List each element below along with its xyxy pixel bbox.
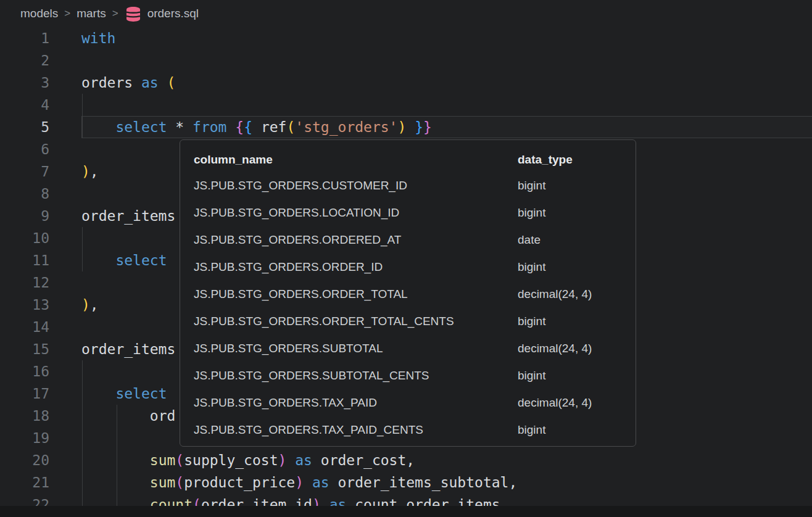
popup-cell-column-name: JS.PUB.STG_ORDERS.ORDER_TOTAL_CENTS [194, 315, 518, 328]
code-token: select [115, 119, 167, 135]
code-line[interactable] [81, 94, 812, 116]
line-number: 6 [0, 138, 49, 160]
code-token: sum [150, 452, 176, 468]
code-token [167, 119, 175, 135]
popup-cell-column-name: JS.PUB.STG_ORDERS.SUBTOTAL_CENTS [194, 369, 518, 383]
code-line[interactable]: sum(product_price) as order_items_subtot… [81, 471, 812, 494]
code-line[interactable]: with [81, 27, 812, 49]
breadcrumb-item-marts[interactable]: marts [77, 7, 106, 20]
code-token: order_items_subtotal, [338, 474, 517, 490]
code-line[interactable] [81, 49, 812, 72]
code-token: 'stg_orders' [295, 119, 397, 135]
code-token [81, 386, 115, 402]
code-token: as [295, 452, 312, 468]
code-token [81, 119, 115, 135]
line-number: 17 [0, 383, 49, 405]
code-token [81, 408, 150, 424]
popup-cell-column-name: JS.PUB.STG_ORDERS.SUBTOTAL [194, 342, 518, 355]
code-token: orders [81, 75, 141, 91]
line-number: 13 [0, 294, 49, 316]
code-token [252, 119, 261, 135]
popup-column-row: JS.PUB.STG_ORDERS.ORDER_TOTAL_CENTSbigin… [180, 308, 636, 335]
popup-column-row: JS.PUB.STG_ORDERS.TAX_PAID_CENTSbigint [180, 416, 636, 444]
breadcrumb-item-models[interactable]: models [20, 7, 58, 20]
line-number: 20 [0, 449, 49, 471]
popup-cell-data-type: decimal(24, 4) [518, 342, 628, 355]
popup-cell-column-name: JS.PUB.STG_ORDERS.ORDER_TOTAL [194, 287, 518, 301]
line-number: 21 [0, 471, 49, 494]
code-token: order_items [81, 341, 175, 357]
code-token: ( [167, 75, 176, 91]
code-token: ) [397, 119, 406, 135]
line-number: 12 [0, 271, 49, 294]
code-token [81, 452, 150, 468]
popup-cell-data-type: decimal(24, 4) [518, 287, 628, 301]
column-info-popup: column_name data_type JS.PUB.STG_ORDERS.… [180, 139, 636, 447]
popup-cell-column-name: JS.PUB.STG_ORDERS.TAX_PAID [194, 396, 518, 410]
popup-cell-data-type: decimal(24, 4) [518, 396, 628, 410]
line-number: 18 [0, 405, 49, 427]
line-number: 16 [0, 360, 49, 383]
code-line[interactable]: sum(supply_cost) as order_cost, [81, 449, 812, 471]
code-token: ) [295, 474, 304, 490]
line-number: 10 [0, 227, 49, 249]
popup-cell-data-type: bigint [518, 179, 628, 192]
code-token: ( [175, 452, 184, 468]
line-number: 9 [0, 205, 49, 227]
popup-column-row: JS.PUB.STG_ORDERS.TAX_PAIDdecimal(24, 4) [180, 389, 636, 416]
code-token: as [141, 75, 159, 91]
code-token: select [115, 386, 167, 402]
editor-window: models > marts > orders.sql 1with23order… [0, 0, 812, 517]
editor-line: 1with [0, 27, 812, 49]
popup-cell-data-type: bigint [518, 206, 628, 220]
code-token: { [235, 119, 244, 135]
code-token: with [81, 30, 115, 46]
code-token: ) [81, 163, 90, 180]
popup-cell-column-name: JS.PUB.STG_ORDERS.ORDERED_AT [194, 233, 518, 247]
popup-column-row: JS.PUB.STG_ORDERS.SUBTOTAL_CENTSbigint [180, 362, 636, 389]
code-token: } [423, 119, 432, 135]
popup-cell-data-type: bigint [518, 369, 628, 383]
line-number: 7 [0, 160, 49, 183]
line-number: 19 [0, 427, 49, 449]
code-token: order_items [81, 208, 175, 224]
editor-line: 5 select * from {{ ref('stg_orders') }} [0, 116, 812, 138]
code-token: } [415, 119, 423, 135]
code-token [304, 474, 312, 490]
popup-cell-column-name: JS.PUB.STG_ORDERS.LOCATION_ID [194, 206, 518, 220]
line-number: 4 [0, 94, 49, 116]
breadcrumb: models > marts > orders.sql [0, 0, 812, 27]
popup-column-row: JS.PUB.STG_ORDERS.ORDER_IDbigint [180, 254, 636, 281]
popup-cell-column-name: JS.PUB.STG_ORDERS.ORDER_ID [194, 260, 518, 274]
code-token: { [244, 119, 252, 135]
popup-column-row: JS.PUB.STG_ORDERS.ORDER_TOTALdecimal(24,… [180, 281, 636, 308]
code-token: ( [286, 119, 295, 135]
line-number: 15 [0, 338, 49, 360]
popup-column-row: JS.PUB.STG_ORDERS.ORDERED_ATdate [180, 226, 636, 254]
code-token [81, 252, 115, 268]
popup-cell-data-type: bigint [518, 315, 628, 328]
code-token: ) [81, 297, 90, 313]
database-icon [125, 7, 142, 22]
code-token: ref [261, 119, 287, 135]
editor-line: 20 sum(supply_cost) as order_cost, [0, 449, 812, 471]
code-token [406, 119, 415, 135]
line-number: 14 [0, 316, 49, 338]
code-line[interactable]: select * from {{ ref('stg_orders') }} [81, 116, 812, 138]
code-token [81, 474, 150, 490]
code-token: product_price [184, 474, 295, 490]
popup-column-row: JS.PUB.STG_ORDERS.CUSTOMER_IDbigint [180, 172, 636, 199]
editor-line: 4 [0, 94, 812, 116]
code-token: from [193, 119, 226, 135]
breadcrumb-file-name[interactable]: orders.sql [147, 7, 199, 20]
popup-header-column-name: column_name [194, 153, 518, 167]
code-token: select [115, 252, 167, 268]
chevron-right-icon: > [64, 7, 70, 20]
editor-line: 3orders as ( [0, 72, 812, 94]
code-line[interactable]: orders as ( [81, 72, 812, 94]
line-number: 3 [0, 72, 49, 94]
code-token: supply_cost [184, 452, 278, 468]
code-token [329, 474, 338, 490]
code-token [312, 452, 321, 468]
popup-header-data-type: data_type [518, 153, 628, 167]
